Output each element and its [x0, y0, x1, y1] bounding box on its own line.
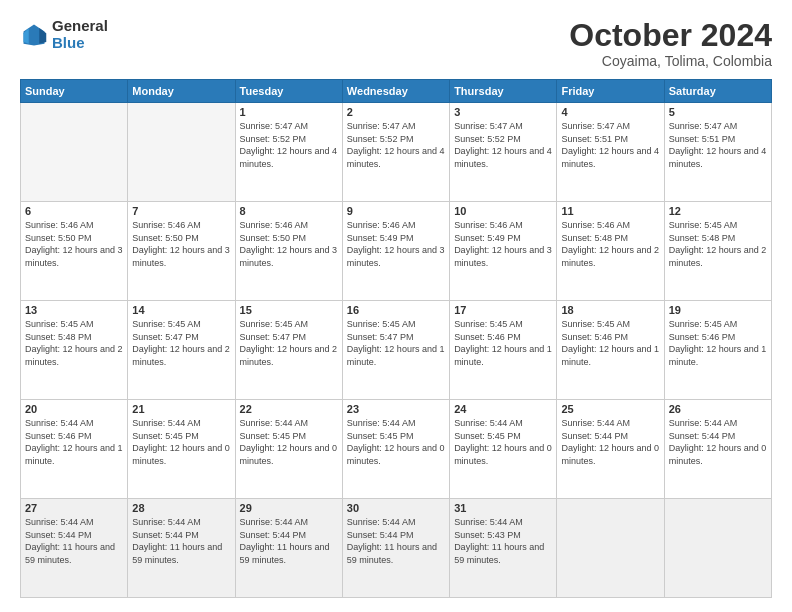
- calendar-cell: 25Sunrise: 5:44 AM Sunset: 5:44 PM Dayli…: [557, 400, 664, 499]
- calendar-cell: 18Sunrise: 5:45 AM Sunset: 5:46 PM Dayli…: [557, 301, 664, 400]
- day-number: 26: [669, 403, 767, 415]
- calendar-cell: 7Sunrise: 5:46 AM Sunset: 5:50 PM Daylig…: [128, 202, 235, 301]
- location-subtitle: Coyaima, Tolima, Colombia: [569, 53, 772, 69]
- day-number: 27: [25, 502, 123, 514]
- calendar-cell: 8Sunrise: 5:46 AM Sunset: 5:50 PM Daylig…: [235, 202, 342, 301]
- weekday-header-friday: Friday: [557, 80, 664, 103]
- calendar-cell: 30Sunrise: 5:44 AM Sunset: 5:44 PM Dayli…: [342, 499, 449, 598]
- calendar-cell: 2Sunrise: 5:47 AM Sunset: 5:52 PM Daylig…: [342, 103, 449, 202]
- weekday-header-tuesday: Tuesday: [235, 80, 342, 103]
- calendar-cell: 12Sunrise: 5:45 AM Sunset: 5:48 PM Dayli…: [664, 202, 771, 301]
- day-number: 11: [561, 205, 659, 217]
- day-info: Sunrise: 5:44 AM Sunset: 5:44 PM Dayligh…: [132, 516, 230, 566]
- calendar-cell: 9Sunrise: 5:46 AM Sunset: 5:49 PM Daylig…: [342, 202, 449, 301]
- day-info: Sunrise: 5:47 AM Sunset: 5:51 PM Dayligh…: [561, 120, 659, 170]
- day-number: 20: [25, 403, 123, 415]
- day-info: Sunrise: 5:44 AM Sunset: 5:45 PM Dayligh…: [132, 417, 230, 467]
- day-number: 2: [347, 106, 445, 118]
- calendar-cell: [664, 499, 771, 598]
- calendar-cell: 27Sunrise: 5:44 AM Sunset: 5:44 PM Dayli…: [21, 499, 128, 598]
- day-info: Sunrise: 5:45 AM Sunset: 5:47 PM Dayligh…: [132, 318, 230, 368]
- logo-icon: [20, 21, 48, 49]
- calendar-cell: 31Sunrise: 5:44 AM Sunset: 5:43 PM Dayli…: [450, 499, 557, 598]
- day-number: 17: [454, 304, 552, 316]
- calendar-cell: [557, 499, 664, 598]
- weekday-header-wednesday: Wednesday: [342, 80, 449, 103]
- page: General Blue October 2024 Coyaima, Tolim…: [0, 0, 792, 612]
- day-number: 8: [240, 205, 338, 217]
- weekday-header-saturday: Saturday: [664, 80, 771, 103]
- header: General Blue October 2024 Coyaima, Tolim…: [20, 18, 772, 69]
- calendar-cell: 22Sunrise: 5:44 AM Sunset: 5:45 PM Dayli…: [235, 400, 342, 499]
- day-number: 28: [132, 502, 230, 514]
- title-block: October 2024 Coyaima, Tolima, Colombia: [569, 18, 772, 69]
- day-number: 22: [240, 403, 338, 415]
- day-number: 31: [454, 502, 552, 514]
- calendar-cell: 26Sunrise: 5:44 AM Sunset: 5:44 PM Dayli…: [664, 400, 771, 499]
- calendar-cell: 17Sunrise: 5:45 AM Sunset: 5:46 PM Dayli…: [450, 301, 557, 400]
- day-number: 24: [454, 403, 552, 415]
- calendar-cell: 3Sunrise: 5:47 AM Sunset: 5:52 PM Daylig…: [450, 103, 557, 202]
- day-number: 4: [561, 106, 659, 118]
- day-number: 14: [132, 304, 230, 316]
- calendar-cell: 16Sunrise: 5:45 AM Sunset: 5:47 PM Dayli…: [342, 301, 449, 400]
- day-number: 13: [25, 304, 123, 316]
- day-number: 15: [240, 304, 338, 316]
- day-info: Sunrise: 5:46 AM Sunset: 5:48 PM Dayligh…: [561, 219, 659, 269]
- calendar-cell: 19Sunrise: 5:45 AM Sunset: 5:46 PM Dayli…: [664, 301, 771, 400]
- calendar-cell: 13Sunrise: 5:45 AM Sunset: 5:48 PM Dayli…: [21, 301, 128, 400]
- calendar-cell: 6Sunrise: 5:46 AM Sunset: 5:50 PM Daylig…: [21, 202, 128, 301]
- day-info: Sunrise: 5:45 AM Sunset: 5:47 PM Dayligh…: [347, 318, 445, 368]
- week-row-1: 1Sunrise: 5:47 AM Sunset: 5:52 PM Daylig…: [21, 103, 772, 202]
- day-number: 16: [347, 304, 445, 316]
- day-number: 3: [454, 106, 552, 118]
- calendar-cell: 14Sunrise: 5:45 AM Sunset: 5:47 PM Dayli…: [128, 301, 235, 400]
- day-info: Sunrise: 5:45 AM Sunset: 5:47 PM Dayligh…: [240, 318, 338, 368]
- day-info: Sunrise: 5:45 AM Sunset: 5:46 PM Dayligh…: [561, 318, 659, 368]
- logo-blue: Blue: [52, 35, 108, 52]
- calendar-table: SundayMondayTuesdayWednesdayThursdayFrid…: [20, 79, 772, 598]
- day-info: Sunrise: 5:46 AM Sunset: 5:50 PM Dayligh…: [240, 219, 338, 269]
- week-row-3: 13Sunrise: 5:45 AM Sunset: 5:48 PM Dayli…: [21, 301, 772, 400]
- calendar-cell: 15Sunrise: 5:45 AM Sunset: 5:47 PM Dayli…: [235, 301, 342, 400]
- calendar-cell: 4Sunrise: 5:47 AM Sunset: 5:51 PM Daylig…: [557, 103, 664, 202]
- day-info: Sunrise: 5:45 AM Sunset: 5:48 PM Dayligh…: [25, 318, 123, 368]
- day-number: 10: [454, 205, 552, 217]
- day-info: Sunrise: 5:44 AM Sunset: 5:45 PM Dayligh…: [240, 417, 338, 467]
- day-info: Sunrise: 5:47 AM Sunset: 5:52 PM Dayligh…: [347, 120, 445, 170]
- day-info: Sunrise: 5:44 AM Sunset: 5:44 PM Dayligh…: [347, 516, 445, 566]
- day-info: Sunrise: 5:47 AM Sunset: 5:51 PM Dayligh…: [669, 120, 767, 170]
- day-info: Sunrise: 5:44 AM Sunset: 5:43 PM Dayligh…: [454, 516, 552, 566]
- day-number: 7: [132, 205, 230, 217]
- day-number: 5: [669, 106, 767, 118]
- calendar-cell: 10Sunrise: 5:46 AM Sunset: 5:49 PM Dayli…: [450, 202, 557, 301]
- logo-text: General Blue: [52, 18, 108, 51]
- day-info: Sunrise: 5:45 AM Sunset: 5:48 PM Dayligh…: [669, 219, 767, 269]
- day-number: 30: [347, 502, 445, 514]
- day-info: Sunrise: 5:46 AM Sunset: 5:50 PM Dayligh…: [25, 219, 123, 269]
- calendar-cell: 21Sunrise: 5:44 AM Sunset: 5:45 PM Dayli…: [128, 400, 235, 499]
- day-info: Sunrise: 5:44 AM Sunset: 5:44 PM Dayligh…: [25, 516, 123, 566]
- day-number: 19: [669, 304, 767, 316]
- day-number: 29: [240, 502, 338, 514]
- day-info: Sunrise: 5:47 AM Sunset: 5:52 PM Dayligh…: [240, 120, 338, 170]
- day-info: Sunrise: 5:44 AM Sunset: 5:44 PM Dayligh…: [561, 417, 659, 467]
- day-info: Sunrise: 5:44 AM Sunset: 5:45 PM Dayligh…: [347, 417, 445, 467]
- calendar-cell: 23Sunrise: 5:44 AM Sunset: 5:45 PM Dayli…: [342, 400, 449, 499]
- day-number: 18: [561, 304, 659, 316]
- calendar-cell: 11Sunrise: 5:46 AM Sunset: 5:48 PM Dayli…: [557, 202, 664, 301]
- calendar-cell: 29Sunrise: 5:44 AM Sunset: 5:44 PM Dayli…: [235, 499, 342, 598]
- calendar-cell: 28Sunrise: 5:44 AM Sunset: 5:44 PM Dayli…: [128, 499, 235, 598]
- day-info: Sunrise: 5:44 AM Sunset: 5:44 PM Dayligh…: [669, 417, 767, 467]
- calendar-cell: 5Sunrise: 5:47 AM Sunset: 5:51 PM Daylig…: [664, 103, 771, 202]
- week-row-2: 6Sunrise: 5:46 AM Sunset: 5:50 PM Daylig…: [21, 202, 772, 301]
- logo: General Blue: [20, 18, 108, 51]
- weekday-header-sunday: Sunday: [21, 80, 128, 103]
- calendar-cell: 24Sunrise: 5:44 AM Sunset: 5:45 PM Dayli…: [450, 400, 557, 499]
- logo-general: General: [52, 18, 108, 35]
- day-number: 12: [669, 205, 767, 217]
- day-info: Sunrise: 5:45 AM Sunset: 5:46 PM Dayligh…: [454, 318, 552, 368]
- day-number: 23: [347, 403, 445, 415]
- day-info: Sunrise: 5:44 AM Sunset: 5:45 PM Dayligh…: [454, 417, 552, 467]
- calendar-cell: 1Sunrise: 5:47 AM Sunset: 5:52 PM Daylig…: [235, 103, 342, 202]
